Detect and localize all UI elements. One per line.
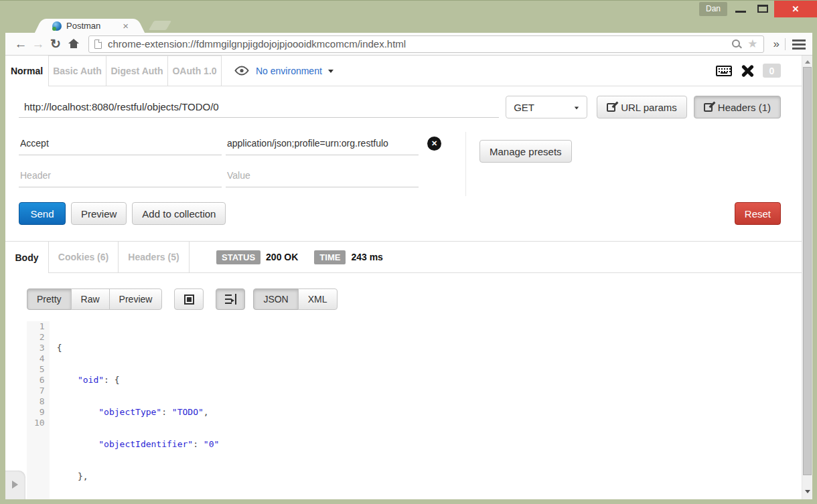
zoom-icon[interactable]: [731, 39, 742, 50]
back-icon[interactable]: ←: [12, 37, 29, 52]
tab-digest-auth[interactable]: Digest Auth: [106, 56, 168, 86]
maximize-button[interactable]: [752, 1, 773, 17]
preview-button[interactable]: Preview: [71, 202, 127, 225]
address-input[interactable]: [102, 38, 731, 50]
chrome-menu-icon[interactable]: [792, 39, 806, 49]
format-group: JSON XML: [253, 288, 337, 310]
top-right-icons: 0: [716, 56, 812, 86]
url-params-button[interactable]: URL params: [597, 96, 687, 118]
method-value: GET: [514, 102, 534, 113]
bookmark-star-icon[interactable]: ★: [747, 39, 757, 50]
response-status-bar: STATUS 200 OK TIME 243 ms: [190, 242, 812, 273]
browser-toolbar: ← → ↻ ★ »: [5, 33, 812, 56]
pretty-button[interactable]: Pretty: [27, 288, 72, 310]
maximize-icon: [757, 5, 768, 13]
tools-icon[interactable]: [741, 64, 754, 78]
fullscreen-icon: [184, 295, 194, 305]
scroll-up-icon[interactable]: [805, 60, 810, 64]
line-number: 6: [34, 375, 45, 386]
token: },: [57, 471, 88, 481]
response-viewer-toolbar: Pretty Raw Preview JSON XML: [5, 273, 812, 310]
manage-presets-button[interactable]: Manage presets: [479, 140, 572, 163]
raw-button[interactable]: Raw: [71, 288, 110, 310]
reload-icon[interactable]: ↻: [47, 36, 64, 52]
request-url-input[interactable]: [19, 96, 499, 118]
home-icon[interactable]: [67, 39, 80, 49]
headers-editor: ✕ Manage presets: [5, 132, 812, 196]
eye-icon: [234, 66, 250, 76]
tab-normal[interactable]: Normal: [5, 56, 49, 86]
token: "objectIdentifier": [57, 439, 194, 449]
headers-button-label: Headers (1): [718, 102, 771, 113]
tab-basic-auth[interactable]: Basic Auth: [49, 56, 106, 86]
remove-header-icon[interactable]: ✕: [427, 137, 441, 151]
requests-count-badge[interactable]: 0: [763, 64, 781, 78]
scrollbar-thumb[interactable]: [803, 67, 812, 475]
tab-response-headers[interactable]: Headers (5): [119, 242, 190, 273]
keyboard-shortcuts-icon[interactable]: [716, 66, 732, 76]
scroll-down-icon[interactable]: [805, 490, 810, 493]
code-line: },: [57, 471, 220, 482]
titlebar: Dan ✕: [0, 1, 817, 17]
vertical-scrollbar[interactable]: [802, 56, 812, 499]
header-row: ✕: [19, 132, 465, 155]
sidebar-drawer-handle[interactable]: [5, 471, 25, 499]
add-to-collection-button[interactable]: Add to collection: [132, 202, 226, 225]
method-select[interactable]: GET: [506, 96, 587, 118]
wrap-arrow: [231, 299, 234, 303]
browser-tab[interactable]: Postman ×: [46, 19, 134, 33]
edit-icon: [607, 103, 615, 112]
user-badge[interactable]: Dan: [699, 2, 727, 16]
token: :: [161, 407, 172, 417]
tab-close-icon[interactable]: ×: [121, 21, 130, 31]
url-params-label: URL params: [621, 102, 677, 113]
preview-mode-button[interactable]: Preview: [109, 288, 163, 310]
token: "objectType": [57, 407, 162, 417]
tabs-spacer: [344, 56, 716, 86]
headers-button[interactable]: Headers (1): [694, 96, 781, 118]
line-wrap-button[interactable]: [216, 288, 245, 310]
line-wrap-icon: [225, 295, 236, 304]
new-tab-button[interactable]: [149, 21, 171, 30]
fullscreen-button[interactable]: [174, 288, 204, 310]
line-number: 4: [34, 353, 45, 364]
time-value: 243 ms: [351, 252, 382, 262]
line-number: 1: [34, 321, 45, 332]
json-button[interactable]: JSON: [253, 288, 298, 310]
tab-oauth[interactable]: OAuth 1.0: [168, 56, 222, 86]
edit-icon: [704, 103, 713, 112]
response-tabs: Body Cookies (6) Headers (5) STATUS 200 …: [5, 241, 812, 273]
environment-label: No environment: [256, 66, 322, 76]
json-code: { "oid": { "objectType": "TODO", "object…: [50, 321, 220, 499]
line-number: 10: [34, 418, 45, 428]
hamburger-bars: [792, 39, 806, 41]
minimize-button[interactable]: [730, 1, 751, 17]
forward-icon[interactable]: →: [29, 37, 47, 52]
tab-cookies[interactable]: Cookies (6): [49, 242, 119, 273]
tab-title: Postman: [66, 21, 121, 31]
browser-tabstrip: Postman ×: [0, 17, 817, 33]
send-button[interactable]: Send: [19, 202, 66, 225]
header-name-input[interactable]: [19, 132, 222, 155]
address-bar[interactable]: ★: [88, 35, 764, 53]
reset-button[interactable]: Reset: [735, 202, 781, 225]
header-row-empty: [19, 164, 465, 187]
header-value-input[interactable]: [226, 132, 419, 155]
header-value-input-empty[interactable]: [226, 164, 419, 187]
keyboard-spacebar: [721, 72, 727, 74]
status-value: 200 OK: [266, 252, 298, 262]
close-button[interactable]: ✕: [774, 1, 817, 17]
browser-window: Dan ✕ Postman × ← → ↻ ★ » Normal Basic A…: [0, 0, 817, 504]
line-number: 3: [34, 343, 45, 353]
keyboard-keys: [719, 68, 720, 70]
extensions-overflow-icon[interactable]: »: [768, 38, 786, 50]
tab-body[interactable]: Body: [5, 242, 49, 273]
xml-button[interactable]: XML: [298, 288, 338, 310]
request-actions: Send Preview Add to collection Reset: [5, 196, 812, 241]
response-body-viewer[interactable]: 1 2 3 4 5 6 7 8 9 10 { "oid": { "objectT…: [27, 321, 812, 499]
token: "TODO": [172, 407, 204, 417]
environment-selector[interactable]: No environment: [222, 56, 344, 86]
header-name-input-empty[interactable]: [19, 164, 222, 187]
expand-right-icon: [12, 481, 18, 489]
token: ,: [204, 407, 209, 417]
